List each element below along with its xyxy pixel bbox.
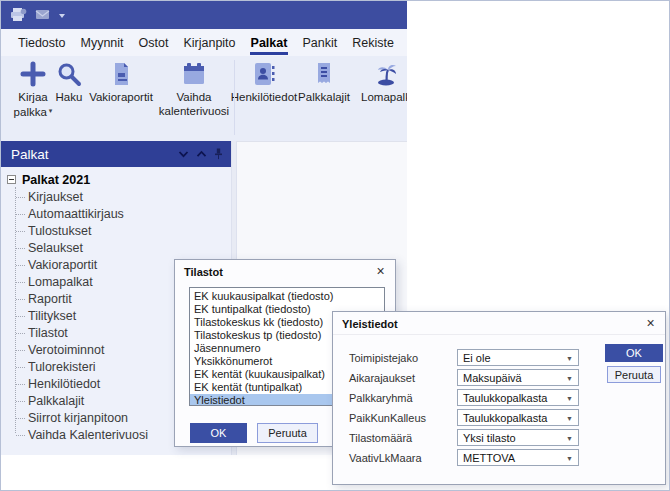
contact-card-icon	[225, 59, 303, 89]
close-icon[interactable]: ×	[642, 314, 659, 331]
report-document-icon	[87, 59, 155, 89]
cancel-button[interactable]: Peruuta	[257, 423, 318, 443]
menu-bar: Tiedosto Myynnit Ostot Kirjanpito Palkat…	[1, 29, 407, 56]
chevron-down-icon[interactable]	[178, 150, 189, 158]
toolbar-button-label: Lomapalk	[351, 90, 407, 104]
dropdown-select[interactable]: Taulukkopalkasta	[457, 409, 579, 426]
dialog-title: Yleistiedot	[342, 318, 398, 330]
toolbar-button-palkkalajit[interactable]: Palkkalajit	[297, 59, 351, 104]
tree-item[interactable]: Kirjaukset	[1, 189, 231, 206]
toolbar-button-label: Palkkalajit	[297, 90, 351, 104]
form-row: VaativLkMaara METTOVA	[349, 449, 579, 466]
tree-root-label: Palkat 2021	[22, 173, 90, 187]
dropdown-select[interactable]: Ei ole	[457, 349, 579, 366]
tilastot-list-item[interactable]: EK kuukausipalkat (tiedosto)	[190, 290, 384, 303]
toolbar-button-lomapalkat[interactable]: Lomapalk	[351, 59, 407, 104]
toolbar: Kirjaa palkka Haku Vakioraportit Vaihda …	[1, 56, 407, 141]
collapse-icon[interactable]	[7, 175, 16, 184]
tree-item[interactable]: Automaattikirjaus	[1, 206, 231, 223]
screenshot-root: Tiedosto Myynnit Ostot Kirjanpito Palkat…	[0, 0, 670, 491]
app-titlebar	[1, 1, 407, 29]
tree-item[interactable]: Selaukset	[1, 240, 231, 257]
search-icon	[51, 59, 87, 89]
toolbar-button-label: Henkilötiedot	[225, 90, 303, 104]
palm-tree-icon	[351, 59, 407, 89]
field-label: Aikarajaukset	[349, 372, 457, 384]
form-row: Palkkaryhmä Taulukkopalkasta	[349, 389, 579, 406]
menu-item-palkat[interactable]: Palkat	[251, 29, 288, 56]
toolbar-separator	[234, 60, 235, 135]
form-row: PaikKunKalleus Taulukkopalkasta	[349, 409, 579, 426]
ok-button[interactable]: OK	[605, 344, 663, 362]
quick-access-caret-icon[interactable]	[59, 14, 65, 18]
tree-item[interactable]: Tulostukset	[1, 223, 231, 240]
panel-header: Palkat	[1, 141, 231, 167]
dropdown-select[interactable]: Yksi tilasto	[457, 429, 579, 446]
print-icon[interactable]	[10, 8, 27, 22]
tree-root-palkat-2021[interactable]: Palkat 2021	[1, 171, 231, 188]
panel-title: Palkat	[11, 147, 49, 162]
dropdown-select[interactable]: Maksupäivä	[457, 369, 579, 386]
yleistiedot-dialog: Yleistiedot × Toimipistejako Ei ole Aika…	[332, 311, 666, 485]
toolbar-button-label: Vakioraportit	[87, 90, 155, 104]
form-row: Tilastomäärä Yksi tilasto	[349, 429, 579, 446]
form-row: Toimipistejako Ei ole	[349, 349, 579, 366]
toolbar-button-vaihda-kalenterivuosi[interactable]: Vaihda kalenterivuosi	[153, 59, 235, 118]
menu-item-myynnit[interactable]: Myynnit	[80, 29, 123, 56]
form-row: Aikarajaukset Maksupäivä	[349, 369, 579, 386]
field-label: Tilastomäärä	[349, 432, 457, 444]
menu-item-pankit[interactable]: Pankit	[302, 29, 337, 56]
menu-item-tiedosto[interactable]: Tiedosto	[18, 29, 65, 56]
dropdown-select[interactable]: Taulukkopalkasta	[457, 389, 579, 406]
form-rows: Toimipistejako Ei ole Aikarajaukset Maks…	[349, 349, 579, 469]
dropdown-select[interactable]: METTOVA	[457, 449, 579, 466]
toolbar-button-label: Haku	[51, 90, 87, 104]
receipt-icon	[297, 59, 351, 89]
field-label: VaativLkMaara	[349, 452, 457, 464]
close-icon[interactable]: ×	[372, 262, 389, 279]
menu-item-kirjanpito[interactable]: Kirjanpito	[183, 29, 235, 56]
ok-button[interactable]: OK	[190, 423, 247, 443]
toolbar-button-henkilotiedot[interactable]: Henkilötiedot	[225, 59, 303, 104]
field-label: Palkkaryhmä	[349, 392, 457, 404]
field-label: PaikKunKalleus	[349, 412, 457, 424]
menu-item-ostot[interactable]: Ostot	[139, 29, 169, 56]
menu-item-rekisteri[interactable]: Rekiste	[352, 29, 394, 56]
toolbar-button-label: Vaihda kalenterivuosi	[153, 90, 235, 118]
cancel-button[interactable]: Peruuta	[607, 366, 661, 383]
calendar-icon	[153, 59, 235, 89]
toolbar-button-haku[interactable]: Haku	[51, 59, 87, 104]
dialog-title: Tilastot	[184, 266, 223, 278]
toolbar-button-vakioraportit[interactable]: Vakioraportit	[87, 59, 155, 104]
field-label: Toimipistejako	[349, 352, 457, 364]
pin-icon[interactable]	[214, 148, 223, 160]
mail-icon[interactable]	[35, 9, 51, 21]
chevron-up-icon[interactable]	[196, 150, 207, 158]
